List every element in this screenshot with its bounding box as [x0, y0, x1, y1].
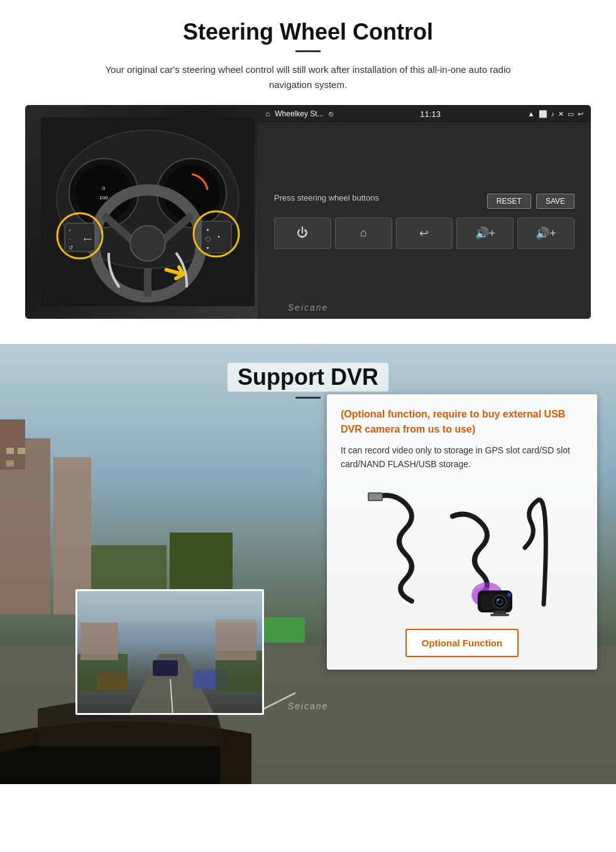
home-icon: ⌂	[265, 109, 270, 118]
status-time: 11:13	[420, 109, 441, 119]
steering-composite-image: 0 100 + −	[25, 105, 591, 319]
vol-up-btn[interactable]: 🔊+	[456, 218, 514, 249]
android-content-area: Press steering wheel buttons RESET SAVE …	[258, 123, 591, 319]
back-icon: ↩	[578, 110, 583, 118]
steering-control-label: Press steering wheel buttons	[274, 193, 379, 202]
vol-up-icon: 🔊+	[475, 226, 496, 240]
svg-point-12	[130, 226, 165, 261]
steering-title: Steering Wheel Control	[25, 19, 591, 45]
seicane-watermark-steering: Seicane	[288, 302, 329, 313]
svg-rect-51	[369, 494, 382, 500]
android-screen: ⌂ Wheelkey St... ⎋ 11:13 ▲ ⬜ ♪ ✕ ▭ ↩	[258, 105, 591, 319]
dvr-divider	[295, 397, 321, 399]
camera-icon: ⬜	[539, 110, 547, 118]
android-status-bar: ⌂ Wheelkey St... ⎋ 11:13 ▲ ⬜ ♪ ✕ ▭ ↩	[258, 105, 591, 123]
dvr-optional-note: (Optional function, require to buy exter…	[341, 407, 583, 437]
svg-rect-48	[77, 591, 264, 622]
svg-rect-31	[18, 448, 25, 454]
dvr-section: Support DVR	[0, 344, 616, 784]
title-divider	[295, 50, 321, 52]
svg-point-62	[507, 593, 511, 597]
volume-icon: ♪	[551, 110, 555, 118]
svg-text:◯: ◯	[206, 236, 211, 241]
status-left: ⌂ Wheelkey St... ⎋	[265, 109, 333, 118]
app-name: Wheelkey St...	[275, 109, 323, 118]
svg-rect-47	[216, 619, 256, 660]
power-btn[interactable]: ⏻	[274, 218, 331, 249]
x-icon: ✕	[558, 110, 564, 118]
dvr-info-card: (Optional function, require to buy exter…	[327, 394, 597, 670]
dvr-camera-image	[341, 482, 583, 620]
svg-text:100: 100	[99, 195, 108, 201]
steering-wheel-svg: 0 100 + −	[41, 118, 255, 306]
home-btn-icon: ⌂	[360, 226, 367, 240]
svg-text:+: +	[69, 228, 71, 233]
svg-rect-49	[153, 660, 178, 676]
svg-rect-46	[80, 622, 118, 660]
svg-text:⟵: ⟵	[84, 236, 92, 242]
vol-down-icon: 🔊+	[536, 226, 556, 240]
usb-icon: ⎋	[329, 109, 333, 118]
svg-text:↺: ↺	[69, 245, 74, 251]
reset-button[interactable]: RESET	[487, 194, 531, 209]
power-icon: ⏻	[297, 226, 308, 240]
vol-down-btn[interactable]: 🔊+	[517, 218, 575, 249]
display-icon: ▭	[568, 110, 574, 118]
dvr-small-screenshot	[75, 589, 264, 715]
svg-text:▲: ▲	[206, 227, 210, 231]
dvr-camera-svg	[355, 485, 569, 617]
steering-section: Steering Wheel Control Your original car…	[0, 0, 616, 331]
home-btn[interactable]: ⌂	[335, 218, 392, 249]
dashcam-footage-svg	[77, 591, 264, 715]
wifi-icon: ▲	[528, 110, 535, 118]
optional-function-button[interactable]: Optional Function	[405, 629, 519, 657]
back-btn[interactable]: ↩	[396, 218, 453, 249]
svg-point-59	[497, 599, 499, 600]
dvr-description: It can record video only to storage in G…	[341, 443, 583, 472]
back-btn-icon: ↩	[419, 226, 429, 240]
steering-buttons-grid: ⏻ ⌂ ↩ 🔊+ 🔊+	[268, 218, 581, 249]
svg-text:✦: ✦	[217, 235, 221, 239]
svg-rect-39	[264, 617, 305, 643]
svg-text:−: −	[69, 237, 71, 241]
svg-rect-30	[6, 448, 14, 454]
dvr-title: Support DVR	[228, 363, 388, 392]
svg-text:0: 0	[102, 185, 106, 191]
svg-rect-61	[490, 614, 509, 616]
svg-rect-32	[6, 460, 14, 467]
svg-text:▼: ▼	[206, 246, 210, 250]
status-icons: ▲ ⬜ ♪ ✕ ▭ ↩	[528, 110, 583, 118]
save-button[interactable]: SAVE	[536, 194, 575, 209]
android-head-unit: ⌂ Wheelkey St... ⎋ 11:13 ▲ ⬜ ♪ ✕ ▭ ↩	[258, 105, 591, 319]
steering-subtitle: Your original car's steering wheel contr…	[88, 62, 528, 92]
steering-wheel-side: 0 100 + −	[25, 105, 270, 319]
